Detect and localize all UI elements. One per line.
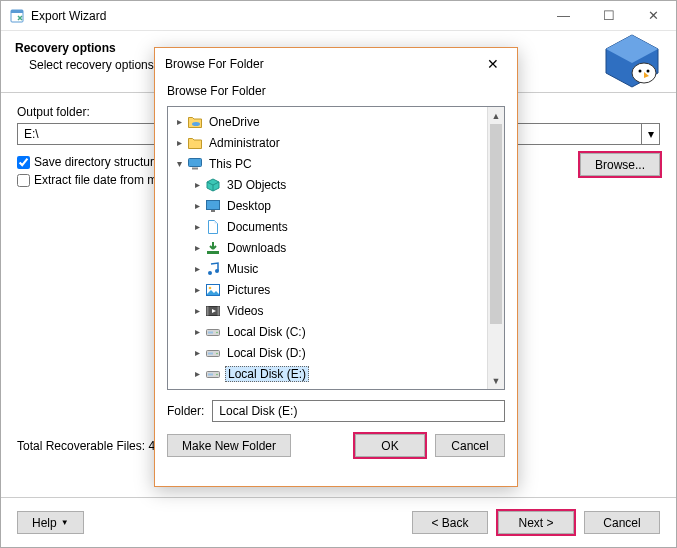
tree-scrollbar[interactable]: ▲ ▼ (487, 107, 504, 389)
save-dir-checkbox[interactable] (17, 156, 30, 169)
dialog-title: Browse For Folder (165, 57, 264, 71)
make-new-folder-button[interactable]: Make New Folder (167, 434, 291, 457)
next-button[interactable]: Next > (498, 511, 574, 534)
folder-icon (186, 135, 204, 151)
disk-icon (204, 366, 222, 382)
tree-item[interactable]: ▸Pictures (168, 279, 487, 300)
expand-icon[interactable]: ▸ (190, 284, 204, 295)
dialog-label: Browse For Folder (155, 80, 517, 106)
expand-icon[interactable]: ▸ (190, 305, 204, 316)
close-button[interactable]: ✕ (631, 1, 676, 30)
disk-icon (204, 345, 222, 361)
tree-item-label: Local Disk (C:) (225, 324, 308, 340)
tree-item[interactable]: ▸Music (168, 258, 487, 279)
ok-button[interactable]: OK (355, 434, 425, 457)
tree-item-label: Downloads (225, 240, 288, 256)
tree-item[interactable]: ▸Documents (168, 216, 487, 237)
tree-item-label: Local Disk (D:) (225, 345, 308, 361)
tree-item-label: Local Disk (E:) (225, 366, 309, 382)
disk-icon (204, 324, 222, 340)
pc-icon (186, 156, 204, 172)
tree-item-label: Documents (225, 219, 290, 235)
export-wizard-window: Export Wizard — ☐ ✕ Recovery options Sel… (0, 0, 677, 548)
app-logo (600, 33, 664, 89)
cancel-button[interactable]: Cancel (584, 511, 660, 534)
videos-icon (204, 303, 222, 319)
browse-button[interactable]: Browse... (580, 153, 660, 176)
footer: Help▼ < Back Next > Cancel (1, 497, 676, 547)
expand-icon[interactable]: ▸ (190, 242, 204, 253)
tree-item-label: Music (225, 261, 260, 277)
objects3d-icon (204, 177, 222, 193)
tree-item[interactable]: ▸Downloads (168, 237, 487, 258)
tree-item-label: OneDrive (207, 114, 262, 130)
expand-icon[interactable]: ▸ (190, 179, 204, 190)
expand-collapse-icon[interactable]: ▾ (172, 158, 186, 169)
window-buttons: — ☐ ✕ (541, 1, 676, 30)
app-icon (9, 8, 25, 24)
expand-icon[interactable]: ▸ (190, 200, 204, 211)
browse-folder-dialog: Browse For Folder ✕ Browse For Folder ▸O… (154, 47, 518, 487)
maximize-button[interactable]: ☐ (586, 1, 631, 30)
expand-icon[interactable]: ▸ (190, 347, 204, 358)
save-dir-label: Save directory structure (34, 155, 161, 169)
chevron-down-icon: ▾ (648, 127, 654, 141)
downloads-icon (204, 240, 222, 256)
folder-cloud-icon (186, 114, 204, 130)
tree-item-label: Desktop (225, 198, 273, 214)
chevron-down-icon: ▼ (61, 518, 69, 527)
scroll-up-button[interactable]: ▲ (488, 107, 504, 124)
pictures-icon (204, 282, 222, 298)
tree-item[interactable]: ▸Administrator (168, 132, 487, 153)
tree-item-label: Videos (225, 303, 265, 319)
desktop-icon (204, 198, 222, 214)
tree-item[interactable]: ▸Local Disk (E:) (168, 363, 487, 384)
dialog-cancel-button[interactable]: Cancel (435, 434, 505, 457)
help-button[interactable]: Help▼ (17, 511, 84, 534)
tree-item-label: This PC (207, 156, 254, 172)
tree-item[interactable]: ▸Local Disk (C:) (168, 321, 487, 342)
tree-item[interactable]: ▸Desktop (168, 195, 487, 216)
tree-item-label: 3D Objects (225, 177, 288, 193)
tree-item[interactable]: ▸3D Objects (168, 174, 487, 195)
tree-item[interactable]: ▾This PC (168, 153, 487, 174)
extract-date-label: Extract file date from m (34, 173, 157, 187)
total-recoverable-label: Total Recoverable Files: 41 (17, 439, 162, 453)
scroll-down-button[interactable]: ▼ (488, 372, 504, 389)
tree-item-label: Administrator (207, 135, 282, 151)
extract-date-checkbox[interactable] (17, 174, 30, 187)
expand-icon[interactable]: ▸ (172, 137, 186, 148)
dialog-titlebar: Browse For Folder ✕ (155, 48, 517, 80)
tree-item-label: Pictures (225, 282, 272, 298)
tree-item[interactable]: ▸Local Disk (D:) (168, 342, 487, 363)
expand-icon[interactable]: ▸ (190, 368, 204, 379)
folder-field-input[interactable] (212, 400, 505, 422)
expand-icon[interactable]: ▸ (172, 116, 186, 127)
scroll-thumb[interactable] (490, 124, 502, 324)
titlebar: Export Wizard — ☐ ✕ (1, 1, 676, 31)
minimize-button[interactable]: — (541, 1, 586, 30)
folder-tree[interactable]: ▸OneDrive▸Administrator▾This PC▸3D Objec… (168, 107, 487, 389)
dialog-close-button[interactable]: ✕ (479, 53, 507, 75)
expand-icon[interactable]: ▸ (190, 326, 204, 337)
folder-field-label: Folder: (167, 404, 204, 418)
expand-icon[interactable]: ▸ (190, 263, 204, 274)
output-folder-dropdown[interactable]: ▾ (642, 123, 660, 145)
music-icon (204, 261, 222, 277)
tree-item[interactable]: ▸Videos (168, 300, 487, 321)
folder-tree-container: ▸OneDrive▸Administrator▾This PC▸3D Objec… (167, 106, 505, 390)
back-button[interactable]: < Back (412, 511, 488, 534)
window-title: Export Wizard (31, 9, 541, 23)
expand-icon[interactable]: ▸ (190, 221, 204, 232)
tree-item[interactable]: ▸OneDrive (168, 111, 487, 132)
documents-icon (204, 219, 222, 235)
